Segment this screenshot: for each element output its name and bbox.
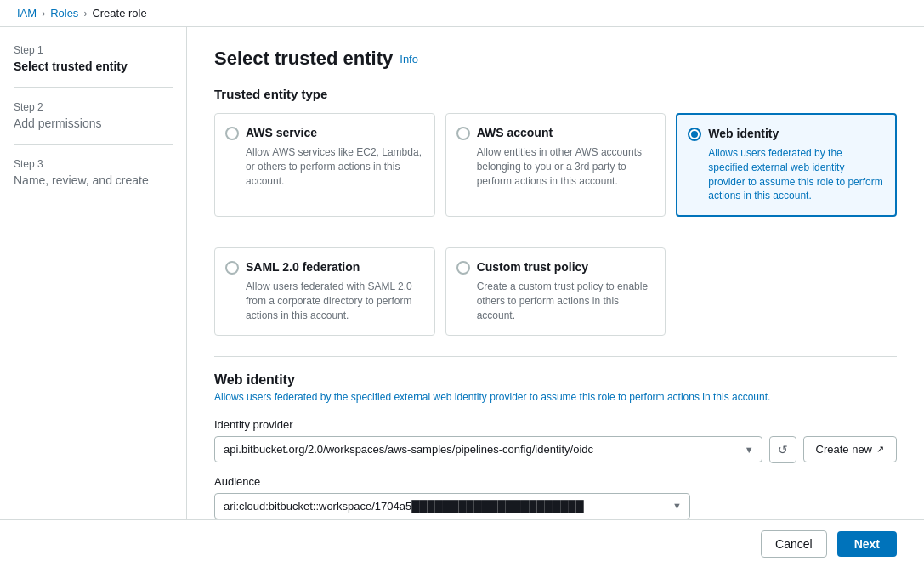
- identity-provider-select[interactable]: api.bitbucket.org/2.0/workspaces/aws-sam…: [214, 436, 762, 462]
- entity-card-custom-trust[interactable]: Custom trust policy Create a custom trus…: [445, 247, 666, 335]
- entity-type-grid-bottom: SAML 2.0 federation Allow users federate…: [214, 247, 897, 335]
- entity-desc-web-identity: Allows users federated by the specified …: [708, 146, 883, 203]
- entity-title-aws-account: AWS account: [477, 126, 553, 139]
- identity-provider-wrapper: api.bitbucket.org/2.0/workspaces/aws-sam…: [214, 436, 762, 462]
- breadcrumb-iam[interactable]: IAM: [17, 7, 37, 20]
- entity-desc-saml: Allow users federated with SAML 2.0 from…: [246, 280, 422, 322]
- radio-saml[interactable]: [225, 261, 239, 275]
- page-title: Select trusted entity: [214, 48, 393, 70]
- audience-select[interactable]: ari:cloud:bitbucket::workspace/1704a5███…: [214, 493, 690, 519]
- breadcrumb-sep-1: ›: [42, 8, 45, 20]
- entity-title-web-identity: Web identity: [708, 127, 779, 140]
- external-link-icon: ↗: [876, 444, 884, 455]
- web-identity-desc: Allows users federated by the specified …: [214, 391, 897, 403]
- cancel-button[interactable]: Cancel: [761, 530, 827, 558]
- sidebar-step-3: Step 3 Name, review, and create: [14, 158, 173, 201]
- entity-desc-aws-service: Allow AWS services like EC2, Lambda, or …: [246, 145, 422, 188]
- breadcrumb-current: Create role: [92, 7, 146, 20]
- radio-aws-account[interactable]: [456, 127, 470, 140]
- step1-title: Select trusted entity: [14, 60, 173, 73]
- step2-title: Add permissions: [14, 116, 173, 130]
- info-link[interactable]: Info: [400, 53, 418, 65]
- main-content: Select trusted entity Info Trusted entit…: [187, 27, 924, 563]
- step3-title: Name, review, and create: [14, 173, 173, 187]
- radio-web-identity[interactable]: [688, 128, 701, 141]
- entity-card-saml[interactable]: SAML 2.0 federation Allow users federate…: [214, 247, 435, 335]
- entity-card-web-identity[interactable]: Web identity Allows users federated by t…: [676, 113, 897, 217]
- page-title-row: Select trusted entity Info: [214, 48, 897, 70]
- footer: Cancel Next: [0, 519, 924, 567]
- breadcrumb-roles[interactable]: Roles: [50, 7, 78, 20]
- refresh-icon: ↺: [778, 443, 788, 456]
- create-new-button[interactable]: Create new ↗: [803, 436, 897, 462]
- entity-title-custom-trust: Custom trust policy: [477, 260, 588, 274]
- create-new-label: Create new: [816, 443, 872, 456]
- entity-card-aws-service[interactable]: AWS service Allow AWS services like EC2,…: [214, 113, 435, 217]
- audience-label: Audience: [214, 475, 897, 488]
- identity-provider-row: api.bitbucket.org/2.0/workspaces/aws-sam…: [214, 436, 897, 463]
- refresh-button[interactable]: ↺: [769, 436, 796, 463]
- sidebar-step-2: Step 2 Add permissions: [14, 101, 173, 145]
- section-heading: Trusted entity type: [214, 87, 897, 101]
- step1-label: Step 1: [14, 44, 173, 56]
- radio-aws-service[interactable]: [225, 127, 239, 140]
- audience-wrapper: ari:cloud:bitbucket::workspace/1704a5███…: [214, 493, 690, 519]
- entity-card-aws-account[interactable]: AWS account Allow entities in other AWS …: [445, 113, 666, 217]
- step3-label: Step 3: [14, 158, 173, 170]
- sidebar: Step 1 Select trusted entity Step 2 Add …: [0, 27, 187, 563]
- next-button[interactable]: Next: [837, 531, 897, 557]
- sidebar-step-1: Step 1 Select trusted entity: [14, 44, 173, 88]
- entity-title-saml: SAML 2.0 federation: [246, 260, 360, 274]
- entity-title-aws-service: AWS service: [246, 126, 317, 139]
- web-identity-title: Web identity: [214, 372, 897, 388]
- entity-desc-custom-trust: Create a custom trust policy to enable o…: [477, 280, 654, 322]
- step2-label: Step 2: [14, 101, 173, 113]
- entity-type-grid: AWS service Allow AWS services like EC2,…: [214, 113, 897, 227]
- breadcrumb-sep-2: ›: [83, 8, 87, 20]
- entity-desc-aws-account: Allow entities in other AWS accounts bel…: [477, 145, 654, 188]
- radio-custom-trust[interactable]: [456, 261, 470, 275]
- breadcrumb: IAM › Roles › Create role: [0, 0, 924, 27]
- web-identity-section: Web identity Allows users federated by t…: [214, 356, 897, 519]
- identity-provider-label: Identity provider: [214, 418, 897, 431]
